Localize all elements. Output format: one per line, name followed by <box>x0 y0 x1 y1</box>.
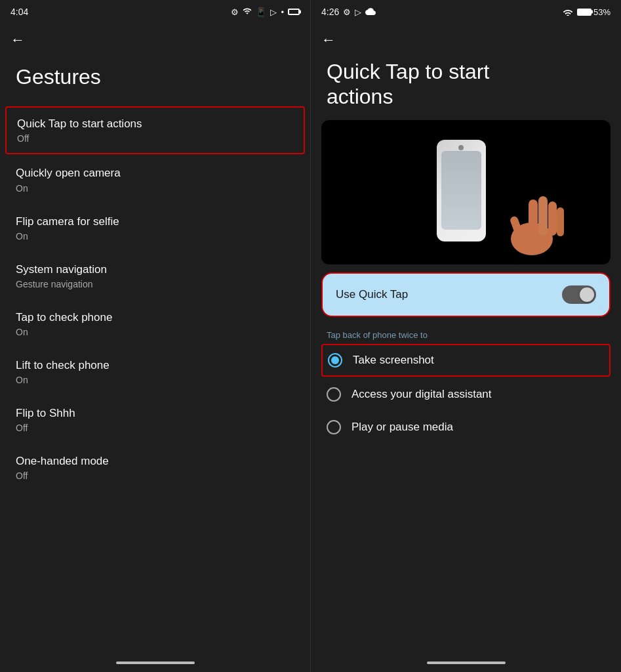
settings-item-subtitle-4: On <box>16 327 294 337</box>
quick-tap-toggle-section[interactable]: Use Quick Tap <box>321 272 611 317</box>
settings-item-title-6: Flip to Shhh <box>16 406 294 421</box>
settings-item-system-nav[interactable]: System navigation Gesture navigation <box>0 252 310 300</box>
back-button-right[interactable]: ← <box>311 24 621 54</box>
battery-right: 53% <box>577 7 611 17</box>
status-bar-right: 4:26 ⚙ ▷ 53% <box>311 0 621 24</box>
page-title-right: Quick Tap to startactions <box>311 54 621 120</box>
status-icons-left: ⚙ 📱 ▷ • <box>231 7 300 18</box>
phone-camera <box>458 145 464 150</box>
left-panel: 4:04 ⚙ 📱 ▷ • ← Gestures Quick Tap to sta… <box>0 0 310 672</box>
settings-item-subtitle-2: On <box>16 231 294 242</box>
settings-item-title-2: Flip camera for selfie <box>16 215 294 229</box>
radio-text-1: Access your digital assistant <box>351 388 492 401</box>
signal-icon <box>243 7 252 18</box>
svg-rect-1 <box>529 200 538 236</box>
status-time-left: 4:04 <box>10 7 28 17</box>
settings-item-title-1: Quickly open camera <box>16 166 294 180</box>
animation-area <box>321 120 611 264</box>
status-left-group: 4:26 ⚙ ▷ <box>321 7 376 17</box>
settings-item-camera[interactable]: Quickly open camera On <box>0 156 310 203</box>
game-icon: ▷ <box>270 7 277 17</box>
svg-rect-4 <box>557 207 564 236</box>
settings-item-flip-shhh[interactable]: Flip to Shhh Off <box>0 396 310 444</box>
radio-option-assistant[interactable]: Access your digital assistant <box>311 378 621 411</box>
bottom-bar-left <box>0 654 310 672</box>
back-button-left[interactable]: ← <box>0 24 310 54</box>
radio-circle-0 <box>328 353 342 368</box>
tap-back-label: Tap back of phone twice to <box>311 325 621 343</box>
hand-illustration <box>486 170 571 258</box>
phone-illustration <box>321 120 611 264</box>
radio-circle-2 <box>327 420 341 434</box>
page-title-right-text: Quick Tap to startactions <box>327 60 489 108</box>
settings-item-subtitle-7: Off <box>16 471 294 481</box>
radio-text-2: Play or pause media <box>351 421 453 434</box>
right-panel: 4:26 ⚙ ▷ 53% ← Quick Tap to startactions <box>310 0 621 672</box>
toggle-knob <box>580 287 594 302</box>
settings-item-title-0: Quick Tap to start actions <box>17 117 293 131</box>
settings-item-flip-camera[interactable]: Flip camera for selfie On <box>0 204 310 252</box>
gear-icon-right: ⚙ <box>343 7 351 17</box>
play-icon-right: ▷ <box>355 7 361 17</box>
status-right-group: 53% <box>563 7 611 17</box>
phone-body <box>437 140 486 242</box>
settings-item-quick-tap[interactable]: Quick Tap to start actions Off <box>5 106 305 154</box>
dot-icon: • <box>281 7 284 17</box>
settings-item-title-3: System navigation <box>16 262 294 277</box>
settings-item-subtitle-6: Off <box>16 423 294 433</box>
battery-percent-right: 53% <box>593 7 611 17</box>
settings-item-title-4: Tap to check phone <box>16 310 294 325</box>
settings-item-title-7: One-handed mode <box>16 454 294 469</box>
battery-rect-right <box>577 9 591 16</box>
radio-text-0: Take screenshot <box>353 354 434 367</box>
hand-svg <box>486 170 571 255</box>
settings-list: Quick Tap to start actions Off Quickly o… <box>0 105 310 654</box>
settings-item-subtitle-0: Off <box>17 133 293 144</box>
wifi-icon-right <box>563 8 573 16</box>
toggle-switch[interactable] <box>562 285 596 304</box>
page-title-left: Gestures <box>0 54 310 105</box>
radio-inner-0 <box>331 356 339 364</box>
settings-item-subtitle-1: On <box>16 183 294 194</box>
gear-icon: ⚙ <box>231 7 239 17</box>
status-time-right: 4:26 <box>321 7 339 17</box>
status-bar-left: 4:04 ⚙ 📱 ▷ • <box>0 0 310 24</box>
settings-item-title-5: Lift to check phone <box>16 358 294 373</box>
settings-item-one-handed[interactable]: One-handed mode Off <box>0 444 310 492</box>
phone-screen <box>441 151 481 230</box>
nav-indicator-left <box>116 662 195 664</box>
settings-item-tap-check[interactable]: Tap to check phone On <box>0 300 310 348</box>
phone-icon: 📱 <box>256 7 266 17</box>
quick-tap-label: Use Quick Tap <box>336 288 408 301</box>
settings-item-subtitle-3: Gesture navigation <box>16 279 294 289</box>
cloud-icon-right <box>365 7 376 17</box>
bottom-bar-right <box>311 654 621 672</box>
nav-indicator-right <box>427 662 506 664</box>
settings-item-lift-check[interactable]: Lift to check phone On <box>0 348 310 396</box>
radio-option-media[interactable]: Play or pause media <box>311 411 621 444</box>
radio-circle-1 <box>327 387 341 402</box>
battery-icon-left <box>288 9 300 15</box>
settings-item-subtitle-5: On <box>16 375 294 385</box>
radio-option-screenshot[interactable]: Take screenshot <box>321 344 611 377</box>
svg-rect-2 <box>538 196 548 236</box>
svg-rect-3 <box>548 201 557 236</box>
